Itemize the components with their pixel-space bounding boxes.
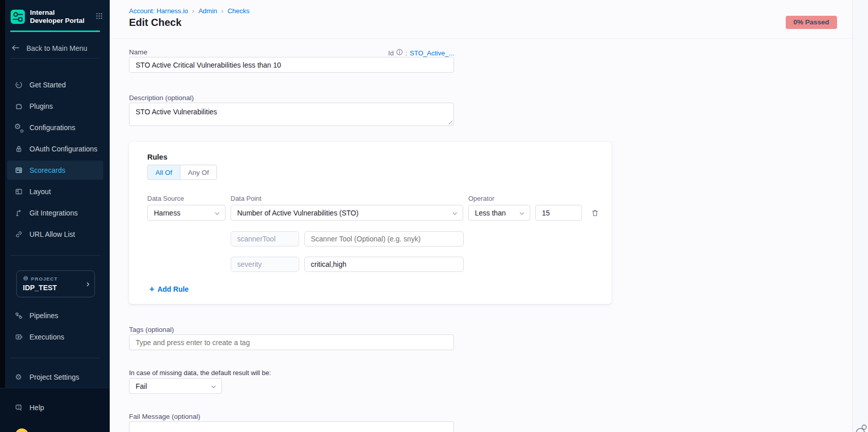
operator-value: Less than [475,209,506,217]
sidebar-item-label: Help [29,404,44,412]
chevron-right-icon: › [86,278,89,289]
get-started-icon [14,81,23,89]
divider [10,358,100,358]
sidebar-item-pipelines[interactable]: Pipelines [7,306,103,325]
breadcrumb-account-link[interactable]: Account: Harness.io [129,7,188,15]
project-name: IDP_TEST [23,284,57,292]
sidebar-item-label: URL Allow List [29,230,75,238]
gear-icon: ⚙ [14,374,23,381]
data-point-value: Number of Active Vulnerabilities (STO) [237,209,359,217]
operator-column-label: Operator [468,195,494,202]
breadcrumb-admin-link[interactable]: Admin [199,7,217,15]
add-rule-label: Add Rule [157,285,188,293]
sidebar-item-configurations[interactable]: ⚙ ⚙ Configurations [7,118,103,137]
svg-text:?: ? [17,405,19,410]
lock-icon [14,145,23,153]
chevron-down-icon [211,382,216,390]
description-textarea[interactable]: STO Active Vulnerabilities [129,103,454,126]
project-eyebrow-label: PROJECT [31,276,58,282]
sidebar-item-layout[interactable]: Layout [7,182,103,201]
sidebar-item-label: Executions [29,333,64,341]
sidebar-item-git-integrations[interactable]: Git Integrations [7,203,103,223]
chevron-down-icon [452,209,458,217]
tab-all-of[interactable]: All Of [147,165,180,180]
data-point-select[interactable]: Number of Active Vulnerabilities (STO) [231,205,463,221]
sidebar-item-project-settings[interactable]: ⚙ Project Settings [7,367,103,387]
data-point-column-label: Data Point [231,195,262,202]
breadcrumb-separator: › [192,7,194,15]
default-result-value: Fail [136,382,147,390]
sidebar-item-label: Git Integrations [29,209,78,217]
plus-icon: + [149,285,154,293]
divider [10,255,100,256]
operator-select[interactable]: Less than [468,205,530,221]
sidebar-item-label: Get Started [29,81,66,89]
sidebar-item-get-started[interactable]: Get Started [7,75,103,95]
tags-label: Tags (optional) [129,326,174,333]
delete-rule-button[interactable] [588,206,602,220]
project-icon [23,275,28,282]
git-branch-icon [14,209,23,217]
back-to-main-menu-button[interactable]: Back to Main Menu [11,41,87,56]
threshold-value-input[interactable] [535,205,582,221]
rules-title: Rules [147,153,168,161]
sidebar-item-label: OAuth Configurations [29,145,98,153]
chevron-down-icon [519,209,525,217]
sidebar-item-label: Configurations [29,124,75,132]
trash-icon [591,209,599,217]
tab-any-of[interactable]: Any Of [180,165,217,180]
scorecard-icon [14,166,23,174]
sidebar-item-label: Layout [29,188,51,196]
sidebar-item-label: Project Settings [29,373,79,381]
pipelines-icon [14,312,23,320]
app-title: Internal Developer Portal [30,9,87,25]
id-value[interactable]: STO_Active_... [410,49,454,57]
accent-underline [10,30,100,32]
sidebar-item-plugins[interactable]: Plugins [7,97,103,116]
module-grid-icon[interactable] [96,12,103,21]
sidebar-item-url-allow-list[interactable]: URL Allow List [7,225,103,244]
data-source-value: Harness [154,209,180,217]
header-divider [110,38,852,39]
plugins-icon [14,102,23,110]
tags-input[interactable] [129,334,454,350]
data-source-select[interactable]: Harness [147,205,226,221]
back-arrow-icon [11,44,20,53]
default-result-select[interactable]: Fail [129,378,222,394]
data-source-column-label: Data Source [147,195,184,202]
sidebar-item-scorecards[interactable]: Scorecards [7,161,103,180]
sidebar-item-label: Plugins [29,102,53,110]
sidebar: Internal Developer Portal Back to Main M… [0,0,110,432]
help-icon: ? [14,404,23,412]
idp-logo-icon [10,9,25,24]
divider [10,58,100,58]
sidebar-item-label: Pipelines [29,312,58,320]
fail-message-label: Fail Message (optional) [129,413,200,420]
fail-message-textarea[interactable] [129,421,454,432]
add-rule-button[interactable]: + Add Rule [149,285,188,293]
app-window: Internal Developer Portal Back to Main M… [0,0,868,432]
severity-input[interactable] [304,257,464,272]
link-icon [14,230,23,238]
page-title: Edit Check [129,17,181,28]
id-label: Id [388,49,394,57]
project-selector[interactable]: PROJECT IDP_TEST › [16,270,95,297]
sidebar-item-label: Scorecards [29,166,66,174]
breadcrumb-checks-link[interactable]: Checks [228,7,249,15]
scanner-tool-input[interactable] [304,231,464,246]
help-widget-icon[interactable] [854,423,868,432]
breadcrumb-separator: › [221,7,223,15]
right-gutter [852,0,868,432]
name-input[interactable] [129,57,454,73]
passed-status-badge: 0% Passed [786,16,837,29]
rules-mode-tabs: All Of Any Of [147,165,217,180]
missing-data-label: In case of missing data, the default res… [129,369,271,377]
sidebar-item-oauth-configurations[interactable]: OAuth Configurations [7,139,103,159]
executions-icon [14,333,23,341]
sidebar-item-help[interactable]: ? Help [7,398,103,417]
gears-icon: ⚙ ⚙ [14,124,23,132]
description-label: Description (optional) [129,94,194,102]
param-key-scannertool: scannerTool [231,231,299,246]
sidebar-item-executions[interactable]: Executions [7,327,103,347]
info-icon[interactable] [396,49,403,57]
